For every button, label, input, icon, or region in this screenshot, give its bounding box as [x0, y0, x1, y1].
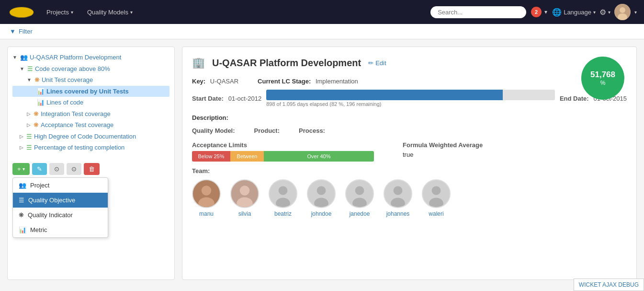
dropdown-metric-label: Metric	[30, 226, 47, 233]
dropdown-project[interactable]: 👥 Project	[13, 178, 108, 193]
key-label: Key:	[192, 78, 205, 85]
lc-stage-label: Current LC Stage:	[258, 78, 311, 85]
formula-col: Formula Weighted Average true	[403, 141, 483, 162]
user-avatar[interactable]	[614, 4, 631, 20]
avatar-manu[interactable]	[192, 179, 221, 208]
edit-label: Edit	[375, 59, 386, 67]
progress-container: 898 of 1.095 days elapsed (82 %, 196 rem…	[266, 90, 555, 107]
notification-badge[interactable]: 2	[531, 7, 542, 17]
tree-item-integration-test[interactable]: ▷ ❋ Integration Test coverage	[12, 108, 169, 120]
lines-covered-icon: 📊	[37, 87, 45, 96]
tree-root-item[interactable]: ▼ 👥 U-QASAR Platform Development	[12, 52, 169, 63]
bar-below-label: Below 25%	[198, 153, 224, 159]
unit-test-icon: ❋	[34, 75, 40, 85]
formula-value: true	[403, 151, 483, 158]
member-name-waleri: waleri	[429, 210, 443, 217]
formula-label: Formula Weighted Average	[403, 141, 483, 149]
start-date-label: Start Date:	[192, 95, 224, 102]
move-down-button[interactable]: ⊙	[67, 163, 81, 175]
member-name-johndoe: johndoe	[311, 210, 332, 217]
language-chevron: ▾	[593, 10, 596, 15]
quality-models-nav-link[interactable]: Quality Models ▾	[81, 6, 138, 19]
svg-point-16	[355, 186, 364, 195]
score-value: 51,768	[590, 70, 615, 80]
gear-icon: ⚙	[599, 8, 606, 17]
edit-icon: ✎	[37, 165, 42, 173]
logo[interactable]	[7, 5, 36, 19]
product-field: Product:	[254, 127, 280, 134]
settings-button[interactable]: ⚙ ▾	[599, 8, 610, 17]
filter-label[interactable]: Filter	[19, 28, 33, 35]
root-project-icon: 👥	[20, 53, 28, 62]
progress-bar	[266, 90, 555, 100]
tree-item-percentage-testing[interactable]: ▷ ☰ Percentage of testing completion	[12, 142, 169, 153]
svg-point-7	[240, 186, 250, 196]
delete-button[interactable]: 🗑	[84, 163, 100, 175]
tree-item-acceptance-test[interactable]: ▷ ❋ Acceptance Test coverage	[12, 119, 169, 131]
avatar-janedoe[interactable]	[345, 179, 374, 208]
project-header: 🏢 U-QASAR Platform Development ✏ Edit	[192, 57, 627, 69]
search-input[interactable]	[430, 6, 526, 18]
down-icon: ⊙	[71, 165, 77, 173]
description-label: Description:	[192, 114, 228, 121]
avatar-waleri[interactable]	[422, 179, 451, 208]
acceptance-limits-col: Acceptance Limits Below 25% Between Over…	[192, 141, 374, 162]
wicket-debug-button[interactable]: WICKET AJAX DEBUG	[574, 279, 644, 287]
unit-test-label: Unit Test coverage	[42, 75, 93, 85]
project-title-icon: 🏢	[192, 57, 205, 69]
projects-chevron: ▾	[71, 10, 73, 15]
team-member-janedoe: janedoe	[345, 179, 374, 217]
main-panel: 51,768 % 🏢 U-QASAR Platform Development …	[182, 47, 637, 280]
high-degree-label: High Degree of Code Documentation	[34, 132, 136, 141]
high-degree-arrow: ▷	[20, 133, 23, 140]
high-degree-icon: ☰	[26, 132, 32, 141]
svg-point-22	[432, 186, 441, 195]
tree-item-high-degree[interactable]: ▷ ☰ High Degree of Code Documentation	[12, 131, 169, 142]
tree-item-lines-of-code[interactable]: 📊 Lines of code	[12, 97, 169, 108]
top-right-controls: 🌐 Language ▾ ⚙ ▾ ▾	[552, 4, 637, 20]
move-up-button[interactable]: ⊙	[49, 163, 64, 175]
tree-item-lines-covered[interactable]: 📊 Lines covered by Unit Tests	[12, 86, 169, 97]
process-field: Process:	[299, 127, 325, 134]
nav-links: Projects ▾ Quality Models ▾	[41, 6, 138, 19]
tree-item-code-coverage[interactable]: ▼ ☰ Code coverage above 80%	[12, 63, 169, 75]
root-label: U-QASAR Platform Development	[30, 53, 121, 62]
notification-count: 2	[535, 9, 538, 15]
code-coverage-icon: ☰	[27, 64, 33, 74]
notification-chevron: ▾	[544, 9, 547, 15]
acceptance-arrow: ▷	[27, 121, 31, 128]
project-title: U-QASAR Platform Development	[212, 58, 361, 69]
score-percent: %	[600, 80, 606, 86]
projects-nav-link[interactable]: Projects ▾	[41, 6, 79, 19]
date-progress-row: Start Date: 01-oct-2012 898 of 1.095 day…	[192, 90, 627, 107]
acceptance-bar: Below 25% Between Over 40%	[192, 151, 374, 162]
team-member-beatriz: beatriz	[269, 179, 297, 217]
dropdown-quality-objective[interactable]: ☰ Quality Objective	[13, 193, 108, 208]
up-icon: ⊙	[54, 165, 59, 173]
quality-models-label: Quality Models	[87, 9, 128, 16]
dropdown-metric[interactable]: 📊 Metric	[13, 222, 108, 237]
avatar-silvia[interactable]	[230, 179, 259, 208]
process-label: Process:	[299, 127, 325, 134]
edit-project-button[interactable]: ✏ Edit	[368, 59, 386, 67]
progress-fill	[266, 90, 503, 100]
unit-test-arrow: ▼	[27, 76, 32, 83]
edit-button[interactable]: ✎	[32, 163, 47, 175]
sidebar-tree: ▼ 👥 U-QASAR Platform Development ▼ ☰ Cod…	[7, 47, 175, 280]
language-button[interactable]: 🌐 Language ▾	[552, 8, 596, 17]
member-name-silvia: silvia	[238, 210, 251, 217]
member-name-manu: manu	[199, 210, 214, 217]
avatar-johndoe[interactable]	[307, 179, 336, 208]
dropdown-quality-indicator[interactable]: ❋ Quality Indicator	[13, 208, 108, 222]
acceptance-limits-label: Acceptance Limits	[192, 141, 374, 149]
bar-between: Between	[230, 151, 264, 162]
avatar-beatriz[interactable]	[269, 179, 297, 208]
avatar-johannes[interactable]	[384, 179, 412, 208]
team-member-silvia: silvia	[230, 179, 259, 217]
trash-icon: 🗑	[89, 165, 95, 173]
metric-menu-icon: 📊	[19, 226, 26, 233]
member-name-johannes: johannes	[386, 210, 410, 217]
lc-stage-field: Current LC Stage: Implementation	[258, 78, 358, 85]
add-button[interactable]: + ▾	[12, 163, 30, 175]
tree-item-unit-test[interactable]: ▼ ❋ Unit Test coverage	[12, 74, 169, 86]
